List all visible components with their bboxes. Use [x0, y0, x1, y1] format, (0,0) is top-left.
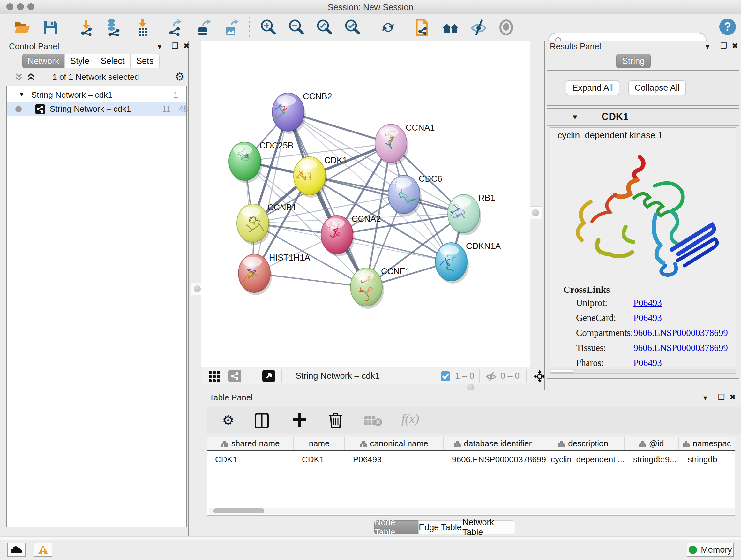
- zoom-in-icon[interactable]: [259, 18, 277, 37]
- network-node-ccnb1[interactable]: CCNB1: [237, 203, 297, 245]
- delete-table-icon[interactable]: [364, 415, 382, 427]
- control-panel: Control Panel ▾ ❒ ✖ Network Style Select…: [4, 41, 189, 538]
- show-columns-icon[interactable]: [255, 413, 269, 428]
- bottom-splitter-grip[interactable]: [467, 384, 474, 391]
- crosslink-label: Pharos:: [576, 358, 604, 368]
- network-node-ccna1[interactable]: CCNA1: [375, 123, 435, 165]
- node-label: CCNB1: [267, 203, 297, 212]
- memory-button[interactable]: Memory: [687, 543, 734, 557]
- collapse-all-button[interactable]: Collapse All: [628, 80, 686, 95]
- table-scrollbar-thumb[interactable]: [213, 508, 264, 513]
- network-node-hist1h1a[interactable]: HIST1H1A: [239, 253, 310, 295]
- right-splitter-grip[interactable]: [529, 206, 542, 219]
- tab-string[interactable]: String: [616, 54, 651, 68]
- export-image-icon[interactable]: [222, 18, 240, 37]
- zoom-selected-icon[interactable]: [343, 18, 361, 37]
- collection-expand-icon[interactable]: ▼: [18, 91, 25, 98]
- birds-eye-grid-icon[interactable]: [209, 371, 220, 382]
- network-node-ccne1[interactable]: CCNE1: [350, 266, 410, 309]
- cell-description: cyclin–dependent ...: [551, 455, 624, 464]
- crosslink-link[interactable]: P06493: [633, 298, 662, 308]
- results-panel-float-icon[interactable]: ❒: [720, 42, 727, 51]
- network-node-cdkn1a[interactable]: CDKN1A: [435, 241, 501, 284]
- export-network-icon[interactable]: [166, 18, 185, 37]
- collapse-all-networks-icon[interactable]: [14, 72, 23, 82]
- string-network-graph[interactable]: CCNB2CCNA1CDC25BCDK1CDC6RB1CCNB1CCNA2CDK…: [201, 41, 530, 367]
- help-icon[interactable]: ?: [718, 17, 736, 35]
- network-node-cdk1[interactable]: CDK1: [290, 155, 347, 198]
- crosslink-link[interactable]: 9606.ENSP00000378699: [633, 327, 728, 338]
- string-import-icon[interactable]: [414, 18, 431, 37]
- tab-network-table[interactable]: Network Table: [462, 520, 515, 535]
- column-header[interactable]: shared name: [207, 437, 294, 450]
- results-scrollbar-thumb[interactable]: [551, 370, 573, 373]
- table-panel-menu-icon[interactable]: ▾: [703, 393, 707, 402]
- table-panel-close-icon[interactable]: ✖: [730, 393, 736, 401]
- tab-style[interactable]: Style: [64, 54, 95, 68]
- column-header[interactable]: name: [294, 437, 345, 450]
- results-horizontal-scrollbar[interactable]: [550, 369, 736, 374]
- results-panel-close-icon[interactable]: ✖: [732, 42, 738, 51]
- network-node-ccnb2[interactable]: CCNB2: [270, 91, 332, 134]
- table-panel-float-icon[interactable]: ❒: [718, 393, 725, 401]
- network-node-rb1[interactable]: RB1: [448, 193, 495, 235]
- hide-panel-eye-icon[interactable]: [470, 18, 488, 37]
- tab-edge-table[interactable]: Edge Table: [418, 520, 462, 535]
- cell-database-identifier: 9606.ENSP00000378699: [452, 455, 546, 464]
- network-node-cdc25b[interactable]: CDC25B: [229, 141, 293, 183]
- crosslink-link[interactable]: 9606.ENSP00000378699: [633, 343, 728, 353]
- import-network-icon[interactable]: [78, 18, 96, 37]
- zoom-fit-icon[interactable]: [315, 18, 333, 37]
- warning-icon: [38, 545, 49, 555]
- network-node-cdc6[interactable]: CDC6: [388, 174, 442, 216]
- expand-all-button[interactable]: Expand All: [566, 80, 619, 95]
- node-label: CCNA1: [406, 123, 435, 132]
- export-table-icon[interactable]: [195, 18, 212, 37]
- tab-sets[interactable]: Sets: [130, 54, 159, 68]
- tab-network[interactable]: Network: [22, 54, 64, 68]
- network-options-gear-icon[interactable]: ⚙: [175, 70, 185, 83]
- tab-select[interactable]: Select: [95, 54, 130, 68]
- import-network-database-icon[interactable]: [105, 18, 122, 37]
- column-header[interactable]: database identifier: [444, 437, 542, 450]
- warning-button[interactable]: [34, 543, 52, 557]
- open-session-icon[interactable]: [13, 18, 31, 37]
- network-label: String Network – cdk1: [50, 104, 131, 114]
- import-table-icon[interactable]: [134, 18, 151, 37]
- control-panel-float-icon[interactable]: ❒: [172, 42, 179, 51]
- expand-all-networks-icon[interactable]: [26, 72, 36, 82]
- network-collection-row[interactable]: ▼ String Network – cdk1 1: [7, 88, 186, 102]
- function-builder-icon[interactable]: f(x): [401, 411, 419, 426]
- cdk1-collapse-icon[interactable]: ▼: [571, 113, 579, 121]
- column-header[interactable]: @id: [624, 437, 679, 450]
- table-settings-gear-icon[interactable]: ⚙: [222, 413, 234, 428]
- cell-name: CDK1: [302, 455, 324, 464]
- open-in-new-window-icon[interactable]: [262, 370, 275, 382]
- refresh-icon[interactable]: [379, 18, 397, 37]
- cloud-button[interactable]: [7, 543, 25, 557]
- table-horizontal-scrollbar[interactable]: [209, 508, 735, 514]
- zoom-out-icon[interactable]: [287, 18, 305, 37]
- column-header[interactable]: description: [542, 437, 624, 450]
- hidden-eye-slash-icon[interactable]: [486, 371, 496, 382]
- network-row-selected[interactable]: String Network – cdk1 11 48: [7, 102, 186, 116]
- results-panel-menu-icon[interactable]: ▾: [705, 42, 710, 51]
- node-label: CDC6: [419, 174, 442, 184]
- crosslink-link[interactable]: P06493: [633, 358, 662, 368]
- network-share-icon[interactable]: [228, 370, 241, 382]
- control-panel-menu-icon[interactable]: ▾: [158, 42, 161, 51]
- selected-checkbox-icon[interactable]: [441, 371, 451, 381]
- network-node-count: 11: [162, 104, 171, 114]
- control-panel-close-icon[interactable]: ✖: [183, 42, 190, 51]
- column-header[interactable]: canonical name: [345, 437, 444, 450]
- delete-column-trash-icon[interactable]: [329, 412, 343, 428]
- home-icon[interactable]: [442, 18, 460, 37]
- tab-node-table[interactable]: Node Table: [374, 520, 418, 535]
- create-column-plus-icon[interactable]: [292, 413, 307, 427]
- column-header[interactable]: namespac: [679, 437, 735, 450]
- network-canvas[interactable]: CCNB2CCNA1CDC25BCDK1CDC6RB1CCNB1CCNA2CDK…: [201, 41, 530, 367]
- save-session-icon[interactable]: [42, 18, 59, 37]
- show-panel-eye-icon[interactable]: [497, 18, 515, 37]
- crosslink-link[interactable]: P06493: [633, 313, 662, 323]
- column-type-icon: [639, 441, 646, 447]
